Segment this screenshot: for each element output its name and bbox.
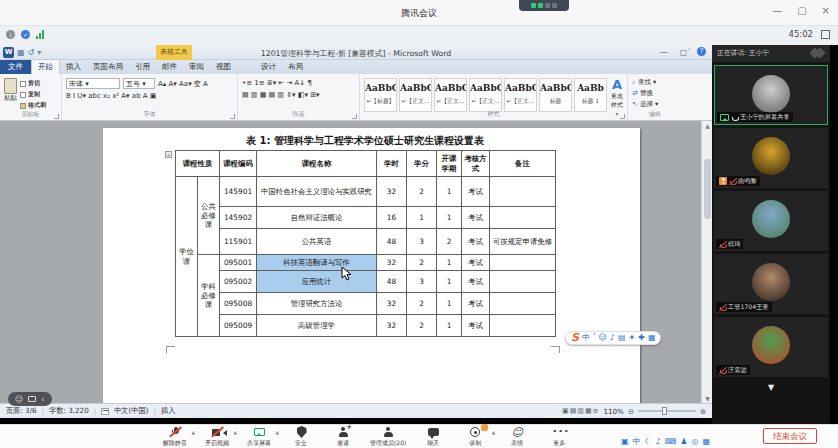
dialog-launcher-icon[interactable]: [54, 114, 59, 119]
course-name-cell[interactable]: 管理研究方法论: [257, 293, 377, 315]
table-cell[interactable]: 32: [377, 293, 407, 315]
style-chip[interactable]: AaBbCc↵【正文...: [504, 78, 537, 112]
style-chip[interactable]: AaBbCc↵【正文...: [469, 78, 502, 112]
select-button[interactable]: ↖ 选择 ▾: [632, 100, 678, 109]
style-chip[interactable]: AaBbCc↵【正文...: [399, 78, 432, 112]
tab-插入[interactable]: 插入: [60, 60, 87, 74]
copy-button[interactable]: 复制: [20, 90, 46, 99]
table-cell[interactable]: 考试: [462, 315, 490, 337]
toolbar-button-chat[interactable]: 聊天: [418, 426, 448, 448]
ribbon-collapse-icon[interactable]: ˄: [688, 48, 692, 56]
table-cell[interactable]: 3: [407, 229, 437, 255]
table-cell[interactable]: 32: [377, 177, 407, 207]
collapse-icon[interactable]: ‹: [41, 395, 44, 404]
change-styles-button[interactable]: A 更改样式 ▾: [611, 78, 623, 111]
table-cell[interactable]: [490, 293, 556, 315]
tray-person-icon[interactable]: ♟: [680, 437, 687, 446]
toolbar-button-record[interactable]: ▲录制: [460, 426, 490, 448]
table-cell[interactable]: 1: [437, 255, 462, 271]
sogou-logo-icon[interactable]: S: [571, 332, 579, 344]
course-name-cell[interactable]: 自然辩证法概论: [257, 207, 377, 229]
table-cell[interactable]: 2: [407, 315, 437, 337]
page-indicator[interactable]: 页面: 3/6: [6, 406, 37, 416]
toolbar-button-shield[interactable]: 安全: [286, 426, 316, 448]
tray-meeting-icon[interactable]: ▣: [621, 437, 629, 446]
table-cell[interactable]: 32: [377, 315, 407, 337]
find-button[interactable]: ⌕ 查找 ▾: [632, 78, 678, 87]
ime-add-icon[interactable]: ✚: [638, 332, 645, 344]
word-restore-icon[interactable]: ▢: [680, 48, 688, 57]
table-cell[interactable]: 2: [407, 177, 437, 207]
info-icon[interactable]: i: [6, 30, 15, 39]
table-cell[interactable]: [490, 255, 556, 271]
tray-moon-icon[interactable]: ☾: [644, 437, 651, 446]
table-cell[interactable]: 1: [437, 207, 462, 229]
table-cell[interactable]: 1: [437, 315, 462, 337]
participant-tile[interactable]: 槟琦: [714, 191, 828, 251]
chat-bubble-icon[interactable]: [28, 396, 36, 402]
format-painter-button[interactable]: 格式刷: [20, 101, 46, 110]
participant-tile[interactable]: 曲鸣黎: [714, 128, 828, 188]
table-cell[interactable]: 145901: [220, 177, 257, 207]
ime-skin-icon[interactable]: ✦: [629, 332, 636, 344]
table-cell[interactable]: 考试: [462, 271, 490, 293]
table-cell[interactable]: 考试: [462, 207, 490, 229]
table-cell[interactable]: 095009: [220, 315, 257, 337]
table-cell[interactable]: 考试: [462, 255, 490, 271]
shield-status-icon[interactable]: ✓: [21, 30, 30, 39]
tab-视图[interactable]: 视图: [210, 60, 237, 74]
ime-mode-chinese-icon[interactable]: 中: [582, 332, 590, 344]
view-mode-icons[interactable]: ▣▤▥▦≡: [562, 407, 599, 415]
dialog-launcher-icon[interactable]: [230, 114, 235, 119]
paste-button[interactable]: 粘贴: [4, 76, 17, 111]
zoom-out-icon[interactable]: ⊖: [628, 407, 634, 416]
scrollbar-thumb[interactable]: [704, 159, 711, 219]
tab-引用[interactable]: 引用: [129, 60, 156, 74]
cut-button[interactable]: 剪切: [20, 79, 46, 88]
course-name-cell[interactable]: 中国特色社会主义理论与实践研究: [257, 177, 377, 207]
participant-tile[interactable]: 工管1704王萱: [714, 254, 828, 314]
language-indicator[interactable]: 中文(中国): [114, 406, 148, 416]
tab-布局[interactable]: 布局: [282, 60, 309, 74]
table-cell[interactable]: 1: [437, 271, 462, 293]
table-cell[interactable]: 考试: [462, 177, 490, 207]
table-cell[interactable]: 1: [437, 293, 462, 315]
tab-设计[interactable]: 设计: [255, 60, 282, 74]
fullscreen-icon[interactable]: [821, 30, 830, 39]
document-page[interactable]: 表 1: 管理科学与工程学术学位硕士研究生课程设置表 + 课程性质课程编码课程名…: [103, 128, 640, 403]
replace-button[interactable]: ⇄ 替换: [632, 89, 678, 98]
table-cell[interactable]: 1: [437, 177, 462, 207]
recording-indicator-pill[interactable]: [519, 0, 569, 11]
toolbar-button-emoji[interactable]: ☺表情: [502, 426, 532, 448]
document-canvas[interactable]: 表 1: 管理科学与工程学术学位硕士研究生课程设置表 + 课程性质课程编码课程名…: [0, 121, 712, 403]
chevron-up-icon[interactable]: ▲: [492, 430, 495, 435]
word-minimize-icon[interactable]: —: [660, 48, 668, 57]
tray-grid-icon[interactable]: ▦: [702, 437, 710, 446]
course-name-cell[interactable]: 应用统计: [257, 271, 377, 293]
table-cell[interactable]: [490, 271, 556, 293]
table-cell[interactable]: 16: [377, 207, 407, 229]
maximize-icon[interactable]: ▢: [797, 6, 806, 16]
course-name-cell[interactable]: 公共英语: [257, 229, 377, 255]
font-size-buttons[interactable]: A▴ A▾ Aa▾ 变 A: [158, 79, 208, 89]
chevron-up-icon[interactable]: ▲: [234, 430, 237, 435]
zoom-in-icon[interactable]: ⊕: [700, 407, 706, 416]
table-cell[interactable]: 可按规定申请免修: [490, 229, 556, 255]
dialog-launcher-icon[interactable]: [352, 114, 357, 119]
help-icon[interactable]: ?: [697, 47, 706, 56]
toolbar-button-cam-off[interactable]: ▲开启视频: [202, 426, 232, 448]
zoom-slider-thumb[interactable]: [662, 407, 667, 415]
table-move-handle-icon[interactable]: +: [165, 151, 172, 158]
tab-文件[interactable]: 文件: [0, 60, 31, 74]
ime-emoji-icon[interactable]: ☺: [598, 332, 606, 344]
course-name-cell[interactable]: 科技英语翻译与写作: [257, 255, 377, 271]
style-chip[interactable]: AaBb标题 1: [574, 78, 607, 112]
table-cell[interactable]: [490, 315, 556, 337]
chevron-up-icon[interactable]: ▲: [276, 430, 279, 435]
zoom-slider[interactable]: [638, 410, 696, 412]
table-cell[interactable]: 考试: [462, 229, 490, 255]
table-cell[interactable]: 2: [407, 255, 437, 271]
style-chip[interactable]: AaBbC标题: [539, 78, 572, 112]
table-cell[interactable]: 1: [407, 207, 437, 229]
font-name-combo[interactable]: 宋体 ▾: [66, 78, 120, 89]
